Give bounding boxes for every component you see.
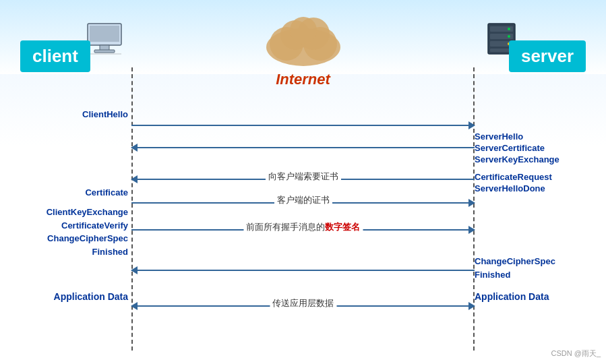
- clientkey-row: 前面所有握手消息的数字签名: [131, 222, 475, 236]
- server-box: server: [509, 40, 586, 72]
- cert-arrowhead: [468, 199, 475, 207]
- svg-point-15: [508, 35, 510, 38]
- svg-point-13: [508, 28, 510, 30]
- clientkey-arrowhead: [468, 226, 475, 234]
- clienthello-arrow-line: [131, 125, 475, 126]
- internet-cloud: Internet: [249, 7, 357, 88]
- serverhello-arrowhead: [131, 144, 138, 152]
- watermark: CSDN @雨天_: [551, 348, 601, 359]
- client-box: client: [20, 40, 90, 72]
- serverhello-row: [131, 140, 475, 154]
- appdata-left-label: Application Data: [3, 291, 128, 302]
- serverhello-label: ServerHelloServerCertificateServerKeyExc…: [475, 131, 603, 166]
- cert-row: 客户端的证书: [131, 195, 475, 209]
- cert-left-label: Certificate: [3, 187, 128, 198]
- changecipherserver-row: [131, 263, 475, 276]
- appdata-left-arrowhead: [131, 302, 138, 310]
- svg-point-5: [290, 17, 317, 44]
- changecipherserver-arrow-line: [131, 270, 475, 271]
- diagram-container: Internet client ser: [0, 0, 606, 364]
- appdata-row: 传送应用层数据: [131, 299, 475, 312]
- svg-rect-7: [90, 26, 119, 42]
- appdata-center-label: 传送应用层数据: [270, 297, 336, 309]
- internet-label: Internet: [249, 71, 357, 88]
- appdata-right-arrowhead: [468, 302, 475, 310]
- certreq-row: 向客户端索要证书: [131, 172, 475, 185]
- certreq-right-label: CertificateRequestServerHelloDone: [475, 172, 603, 195]
- changecipherserver-right-label: ChangeCipherSpecFinished: [475, 255, 603, 281]
- cert-center-label: 客户端的证书: [274, 194, 332, 206]
- serverhello-arrow-line: [131, 147, 475, 148]
- clienthello-label: ClientHello: [3, 109, 128, 119]
- appdata-right-label: Application Data: [475, 291, 603, 302]
- clienthello-arrowhead: [468, 121, 475, 129]
- certreq-arrowhead: [131, 175, 138, 183]
- changecipherserver-arrowhead: [131, 266, 138, 274]
- certreq-center-label: 向客户端索要证书: [266, 171, 341, 183]
- svg-rect-9: [94, 50, 115, 53]
- clientkey-center-label: 前面所有握手消息的数字签名: [243, 221, 363, 233]
- clienthello-row: [131, 118, 475, 131]
- clientkey-left-label: ClientKeyExchangeCertificateVerifyChange…: [3, 206, 128, 258]
